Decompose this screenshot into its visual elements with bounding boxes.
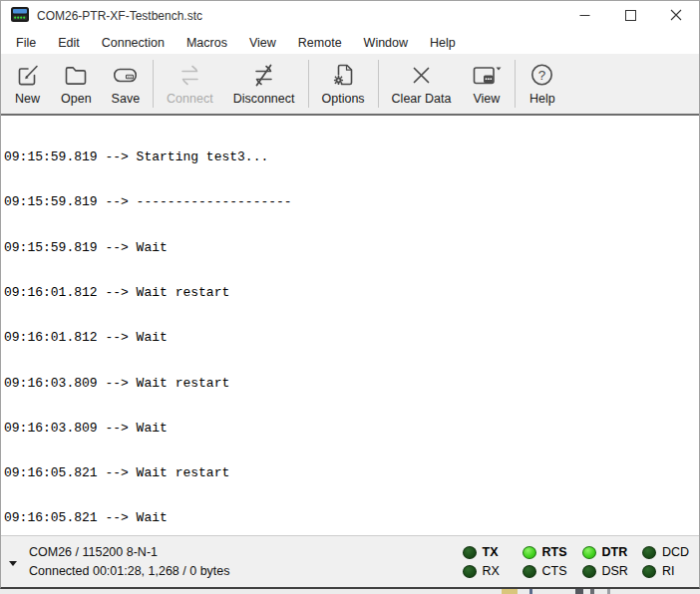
app-icon: [11, 7, 29, 26]
toolbar-separator: [153, 60, 154, 108]
indicator-rts: RTS: [523, 545, 568, 559]
toolbar: New Open Save: [1, 54, 699, 116]
dsr-led-icon: [582, 565, 596, 578]
indicator-cts: CTS: [523, 564, 568, 578]
minimize-button[interactable]: [561, 1, 607, 31]
tool-label: View: [473, 92, 500, 106]
connect-button[interactable]: Connect: [157, 56, 223, 112]
desktop-fragment: [575, 589, 583, 594]
dcd-label: DCD: [662, 545, 689, 559]
log-line: 09:16:05.821 --> Wait restart: [4, 465, 696, 480]
minimize-icon: [579, 7, 590, 25]
view-button[interactable]: View: [461, 56, 512, 112]
status-bar: COM26 / 115200 8-N-1 Connected 00:01:28,…: [1, 535, 699, 587]
disconnect-arrows-icon: [250, 62, 277, 89]
log-line: 09:16:01.812 --> Wait restart: [4, 285, 696, 300]
line-state-indicators: TX RTS DTR DCD RX CTS: [463, 543, 690, 581]
desktop-fragment: [502, 589, 518, 594]
log-line: 09:16:01.812 --> Wait: [4, 330, 696, 345]
close-icon: [670, 7, 682, 25]
tool-label: Save: [112, 92, 141, 106]
ri-led-icon: [642, 565, 656, 578]
log-output[interactable]: 09:15:59.819 --> Starting test3... 09:15…: [1, 116, 699, 535]
options-gear-icon: [330, 62, 357, 89]
dsr-label: DSR: [602, 564, 628, 578]
window-title: COM26-PTR-XF-Testbench.stc: [37, 9, 202, 23]
menu-file[interactable]: File: [5, 33, 47, 53]
connection-stats-text: Connected 00:01:28, 1,268 / 0 bytes: [29, 562, 230, 581]
new-button[interactable]: New: [4, 56, 51, 112]
tool-label: New: [15, 92, 40, 106]
dtr-label: DTR: [602, 545, 628, 559]
help-question-icon: ?: [528, 62, 555, 89]
tool-label: Connect: [167, 92, 213, 106]
tool-label: Clear Data: [392, 92, 452, 106]
close-button[interactable]: [653, 1, 699, 31]
menu-bar: File Edit Connection Macros View Remote …: [1, 31, 699, 54]
connect-arrows-icon: [176, 62, 203, 89]
menu-connection[interactable]: Connection: [91, 33, 175, 53]
desktop-fragment: [590, 589, 594, 594]
menu-macros[interactable]: Macros: [175, 33, 238, 53]
dropdown-caret: [497, 68, 502, 71]
desktop-fragment: [529, 589, 532, 594]
title-bar[interactable]: COM26-PTR-XF-Testbench.stc: [1, 1, 699, 31]
rts-label: RTS: [542, 545, 567, 559]
dcd-led-icon: [642, 546, 656, 559]
maximize-button[interactable]: [607, 1, 653, 31]
indicator-tx: TX: [463, 545, 509, 559]
new-document-icon: [14, 62, 41, 89]
log-line: 09:15:59.819 --> Starting test3...: [4, 149, 696, 164]
connection-status: COM26 / 115200 8-N-1 Connected 00:01:28,…: [29, 543, 230, 581]
indicator-rx: RX: [463, 564, 509, 578]
menu-remote[interactable]: Remote: [287, 33, 353, 53]
dtr-led-icon: [582, 546, 596, 559]
status-expander-icon[interactable]: [9, 561, 17, 566]
clear-data-button[interactable]: Clear Data: [382, 56, 462, 112]
cts-led-icon: [523, 565, 536, 578]
help-button[interactable]: ? Help: [519, 56, 565, 112]
save-drive-icon: [112, 62, 139, 89]
disconnect-button[interactable]: Disconnect: [223, 56, 305, 112]
log-line: 09:16:05.821 --> Wait: [4, 510, 696, 525]
ri-label: RI: [662, 564, 675, 578]
toolbar-separator: [378, 60, 379, 108]
tool-label: Open: [61, 92, 92, 106]
open-button[interactable]: Open: [51, 56, 102, 112]
tool-label: Disconnect: [233, 92, 295, 106]
svg-text:?: ?: [538, 68, 546, 83]
view-window-icon: [471, 62, 502, 89]
toolbar-separator: [308, 60, 309, 108]
log-line: 09:16:03.809 --> Wait restart: [4, 376, 696, 391]
rts-led-icon: [523, 546, 536, 559]
rx-led-icon: [463, 565, 477, 578]
clear-x-icon: [408, 62, 435, 89]
menu-window[interactable]: Window: [353, 33, 419, 53]
menu-help[interactable]: Help: [419, 33, 467, 53]
tx-label: TX: [483, 545, 499, 559]
port-settings-text: COM26 / 115200 8-N-1: [29, 543, 230, 562]
app-window: COM26-PTR-XF-Testbench.stc File Edit Co: [0, 0, 700, 589]
indicator-dcd: DCD: [642, 545, 689, 559]
desktop-fragment: [607, 589, 610, 594]
desktop-sliver: [0, 589, 700, 594]
indicator-dtr: DTR: [582, 545, 628, 559]
open-folder-icon: [63, 62, 90, 89]
menu-view[interactable]: View: [238, 33, 287, 53]
menu-edit[interactable]: Edit: [47, 33, 91, 53]
tool-label: Options: [322, 92, 365, 106]
maximize-icon: [625, 7, 636, 25]
save-button[interactable]: Save: [102, 56, 151, 112]
tool-label: Help: [529, 92, 555, 106]
cts-label: CTS: [542, 564, 567, 578]
options-button[interactable]: Options: [312, 56, 375, 112]
caption-buttons: [561, 1, 699, 31]
rx-label: RX: [483, 564, 500, 578]
log-line: 09:15:59.819 --> --------------------: [4, 194, 696, 209]
indicator-dsr: DSR: [582, 564, 628, 578]
tx-led-icon: [463, 546, 477, 559]
log-line: 09:16:03.809 --> Wait: [4, 421, 696, 436]
indicator-ri: RI: [642, 564, 689, 578]
toolbar-separator: [515, 60, 516, 108]
log-line: 09:15:59.819 --> Wait: [4, 240, 696, 255]
